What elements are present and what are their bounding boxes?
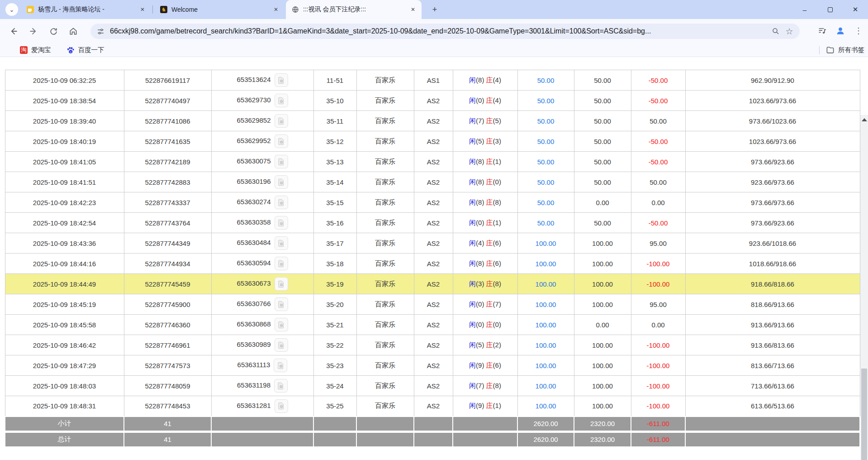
cell-round: 35-16 bbox=[313, 213, 356, 233]
cell-game-name: 百家乐 bbox=[356, 192, 414, 213]
menu-kebab-icon[interactable]: ⋮ bbox=[852, 24, 865, 38]
cell-win-loss: 95.00 bbox=[631, 233, 685, 254]
bet-amount-link[interactable]: 50.00 bbox=[537, 138, 555, 145]
bookmark-aitaobao[interactable]: 淘 爱淘宝 bbox=[15, 45, 56, 56]
cell-bet-amount: 50.00 bbox=[517, 172, 574, 192]
cell-result: 闲(8) 庄(6) bbox=[453, 254, 517, 274]
window-close-button[interactable]: ✕ bbox=[843, 0, 868, 19]
cell-bet-id: 522877748453 bbox=[124, 396, 211, 417]
all-bookmarks-label[interactable]: 所有书签 bbox=[838, 46, 864, 54]
bet-amount-link[interactable]: 50.00 bbox=[537, 117, 555, 125]
address-bar[interactable]: 66cxkj98.com/game/betrecord_search/kind3… bbox=[90, 24, 800, 39]
bet-amount-link[interactable]: 50.00 bbox=[537, 158, 555, 166]
cell-win-loss: -100.00 bbox=[631, 254, 685, 274]
cell-win-loss: 0.00 bbox=[631, 315, 685, 335]
cell-balance: 1018.66/918.66 bbox=[685, 254, 860, 274]
cell-round: 35-20 bbox=[313, 294, 356, 315]
player-label: 闲 bbox=[469, 300, 476, 308]
window-minimize-button[interactable]: – bbox=[792, 0, 817, 19]
tab-bet-records-active[interactable]: :::视讯 会员下注纪录::: ✕ bbox=[286, 0, 422, 19]
home-icon[interactable] bbox=[66, 24, 81, 38]
table-row: 2025-10-09 18:46:42522877746961653630989… bbox=[5, 335, 860, 355]
bet-amount-link[interactable]: 50.00 bbox=[537, 178, 555, 186]
video-replay-icon[interactable] bbox=[275, 399, 288, 413]
tab-forum[interactable]: 杨雪儿 - 海燕策略论坛 - ✕ bbox=[21, 0, 151, 19]
video-replay-icon[interactable] bbox=[275, 236, 288, 250]
scrollbar-thumb[interactable] bbox=[861, 369, 867, 460]
cell-bet-id: 522877740497 bbox=[124, 91, 211, 111]
video-replay-icon[interactable] bbox=[275, 94, 288, 107]
media-controls-icon[interactable] bbox=[816, 24, 829, 38]
cell-round: 11-51 bbox=[313, 70, 356, 91]
url-text[interactable]: 66cxkj98.com/game/betrecord_search/kind3… bbox=[110, 27, 769, 35]
bet-amount-link[interactable]: 100.00 bbox=[536, 301, 556, 308]
back-icon[interactable] bbox=[6, 24, 21, 38]
video-replay-icon[interactable] bbox=[275, 134, 288, 148]
taobao-icon: 淘 bbox=[20, 46, 28, 54]
bet-amount-link[interactable]: 100.00 bbox=[536, 280, 556, 288]
cell-valid-amount: 100.00 bbox=[574, 274, 631, 294]
tab-close-icon[interactable]: ✕ bbox=[409, 5, 417, 14]
player-label: 闲 bbox=[469, 382, 476, 389]
bet-amount-link[interactable]: 100.00 bbox=[536, 321, 556, 329]
video-replay-icon[interactable] bbox=[275, 297, 288, 311]
bet-amount-link[interactable]: 100.00 bbox=[536, 402, 556, 410]
tab-search-button[interactable]: ⌄ bbox=[5, 3, 18, 16]
bet-amount-link[interactable]: 100.00 bbox=[536, 362, 556, 369]
bet-amount-link[interactable]: 100.00 bbox=[536, 341, 556, 349]
cell-bet-amount: 100.00 bbox=[517, 274, 574, 294]
cell-bet-id: 522877741635 bbox=[124, 131, 211, 152]
cell-valid-amount: 100.00 bbox=[574, 355, 631, 376]
video-replay-icon[interactable] bbox=[275, 257, 288, 270]
reload-icon[interactable] bbox=[46, 24, 61, 38]
video-replay-icon[interactable] bbox=[275, 114, 288, 128]
subtotal-row: 小计 41 2620.00 2320.00 -611.00 bbox=[5, 417, 860, 431]
bet-amount-link[interactable]: 100.00 bbox=[536, 240, 556, 247]
window-maximize-button[interactable] bbox=[817, 0, 843, 19]
browser-toolbar: 66cxkj98.com/game/betrecord_search/kind3… bbox=[0, 19, 868, 43]
tab-close-icon[interactable]: ✕ bbox=[138, 5, 147, 14]
bet-amount-link[interactable]: 50.00 bbox=[537, 199, 555, 206]
profile-avatar-icon[interactable] bbox=[834, 24, 847, 38]
cell-bet-id: 522877746961 bbox=[124, 335, 211, 355]
video-replay-icon[interactable] bbox=[275, 338, 288, 352]
cell-table: AS2 bbox=[414, 254, 453, 274]
cell-valid-amount: 50.00 bbox=[574, 152, 631, 172]
tab-close-icon[interactable]: ✕ bbox=[272, 5, 280, 14]
tab-welcome[interactable]: ♞ Welcome ✕ bbox=[154, 0, 285, 19]
page-scrollbar[interactable] bbox=[860, 115, 868, 460]
cell-game-id: 653629730 bbox=[211, 91, 313, 111]
video-replay-icon[interactable] bbox=[275, 155, 288, 168]
video-replay-icon[interactable] bbox=[274, 379, 288, 393]
table-row: 2025-10-09 18:43:36522877744349653630484… bbox=[5, 233, 860, 254]
zoom-page-icon[interactable] bbox=[769, 24, 783, 38]
bookmark-baidu[interactable]: du 百度一下 bbox=[62, 45, 109, 56]
video-replay-icon[interactable] bbox=[275, 196, 288, 209]
cell-time: 2025-10-09 06:32:25 bbox=[5, 70, 124, 91]
table-row: 2025-10-09 18:47:29522877747573653631113… bbox=[5, 355, 860, 376]
bookmark-star-icon[interactable]: ☆ bbox=[783, 24, 796, 38]
video-replay-icon[interactable] bbox=[275, 216, 288, 230]
bet-amount-link[interactable]: 50.00 bbox=[537, 219, 555, 227]
table-row: 2025-10-09 06:32:25522876619117653513624… bbox=[5, 70, 860, 91]
cell-valid-amount: 100.00 bbox=[574, 233, 631, 254]
bet-amount-link[interactable]: 100.00 bbox=[536, 260, 556, 268]
scroll-up-arrow-icon[interactable] bbox=[862, 118, 867, 121]
video-replay-icon[interactable] bbox=[275, 277, 288, 291]
video-replay-icon[interactable] bbox=[274, 359, 287, 372]
cell-table: AS2 bbox=[414, 213, 453, 233]
video-replay-icon[interactable] bbox=[275, 318, 288, 331]
video-replay-icon[interactable] bbox=[275, 73, 288, 87]
forward-icon[interactable] bbox=[26, 24, 41, 38]
new-tab-button[interactable]: + bbox=[429, 4, 441, 15]
bet-amount-link[interactable]: 50.00 bbox=[537, 97, 555, 105]
cell-result: 闲(0) 庄(4) bbox=[453, 91, 517, 111]
video-replay-icon[interactable] bbox=[275, 175, 288, 189]
bet-amount-link[interactable]: 50.00 bbox=[537, 77, 555, 84]
site-settings-icon[interactable] bbox=[97, 28, 104, 35]
banker-label: 庄 bbox=[486, 402, 493, 409]
cell-game-name: 百家乐 bbox=[356, 376, 414, 396]
bet-amount-link[interactable]: 100.00 bbox=[536, 382, 556, 390]
cell-balance: 973.66/1023.66 bbox=[685, 111, 860, 131]
subtotal-winloss: -611.00 bbox=[631, 417, 685, 431]
